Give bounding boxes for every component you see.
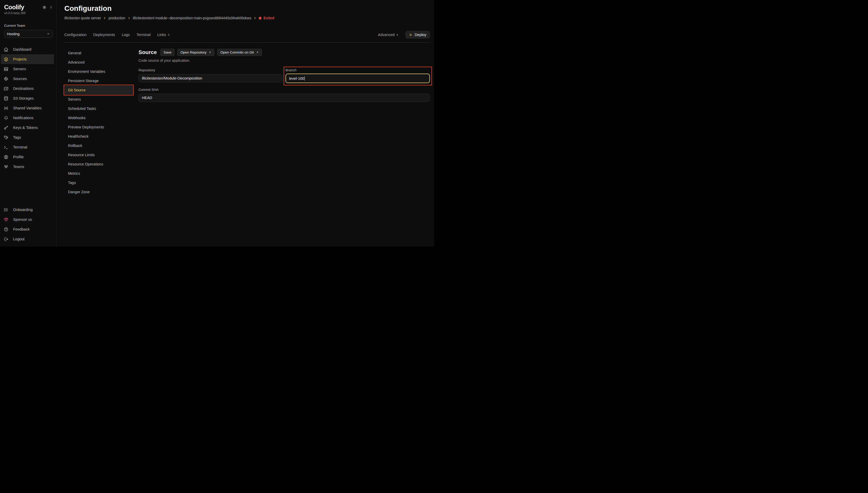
text-cursor bbox=[304, 76, 305, 81]
commit-sha-field: Commit SHA bbox=[139, 88, 430, 102]
subnav-item-general[interactable]: General bbox=[64, 48, 133, 58]
open-commits-button[interactable]: Open Commits on Git bbox=[217, 49, 262, 56]
sidebar-item-terminal[interactable]: Terminal bbox=[1, 142, 54, 152]
chevron-right-icon bbox=[103, 17, 106, 20]
tab-configuration[interactable]: Configuration bbox=[64, 33, 86, 37]
branch-label: Branch bbox=[285, 68, 430, 72]
commit-sha-input[interactable] bbox=[139, 94, 430, 102]
theme-sun-icon[interactable] bbox=[42, 5, 47, 10]
subnav-item-rollback[interactable]: Rollback bbox=[64, 141, 133, 150]
git-source-panel: Source Save Open Repository Open Commits… bbox=[139, 48, 430, 246]
status-dot-icon bbox=[259, 17, 261, 20]
selector-icon bbox=[396, 34, 399, 36]
subnav-item-persistent-storage[interactable]: Persistent Storage bbox=[64, 76, 133, 85]
repository-label: Repository bbox=[139, 68, 283, 72]
git-source-icon bbox=[4, 77, 8, 81]
tabs-row: Configuration Deployments Logs Terminal … bbox=[64, 31, 430, 39]
subnav-item-tags[interactable]: Tags bbox=[64, 178, 133, 187]
sidebar-item-onboarding[interactable]: Onboarding bbox=[1, 205, 54, 215]
sidebar-item-servers[interactable]: Servers bbox=[1, 64, 54, 74]
sidebar-item-feedback[interactable]: Feedback bbox=[1, 224, 54, 234]
chevron-down-icon bbox=[47, 32, 50, 36]
sidebar-item-keys-tokens[interactable]: Keys & Tokens bbox=[1, 123, 54, 132]
sidebar-item-projects[interactable]: Projects bbox=[1, 54, 54, 64]
sidebar-item-tags[interactable]: Tags bbox=[1, 132, 54, 142]
status-badge: Exited bbox=[259, 16, 274, 20]
subnav-item-servers[interactable]: Servers bbox=[64, 95, 133, 104]
chevron-right-icon bbox=[128, 17, 130, 20]
subnav-item-git-source[interactable]: Git Source bbox=[64, 85, 133, 95]
tags-icon bbox=[4, 135, 8, 140]
heart-hands-icon bbox=[4, 217, 8, 222]
help-circle-icon bbox=[4, 227, 8, 232]
tab-links[interactable]: Links bbox=[157, 33, 170, 37]
sidebar-item-notifications[interactable]: Notifications bbox=[1, 113, 54, 123]
app-root: Coolify v4.0.0-beta.399 Current Team Hos… bbox=[0, 0, 434, 246]
deploy-button[interactable]: Deploy bbox=[405, 31, 430, 39]
settings-subnav: General Advanced Environment Variables P… bbox=[64, 48, 133, 246]
current-team-label: Current Team bbox=[0, 15, 56, 27]
sidebar-item-sponsor[interactable]: Sponsor us bbox=[1, 215, 54, 224]
subnav-item-resource-operations[interactable]: Resource Operations bbox=[64, 159, 133, 169]
section-title: Source bbox=[139, 49, 157, 55]
status-text: Exited bbox=[263, 16, 274, 20]
external-link-icon bbox=[256, 51, 259, 54]
chevron-right-icon bbox=[254, 17, 256, 20]
breadcrumb-environment[interactable]: production bbox=[108, 16, 125, 20]
selector-icon bbox=[167, 34, 170, 36]
terminal-icon bbox=[4, 145, 8, 150]
play-icon bbox=[409, 33, 412, 37]
section-description: Code source of your application. bbox=[139, 59, 430, 63]
key-icon bbox=[4, 125, 8, 130]
sidebar-item-sources[interactable]: Sources bbox=[1, 74, 54, 84]
tab-logs[interactable]: Logs bbox=[122, 33, 130, 37]
team-select[interactable]: Hosting bbox=[4, 30, 53, 38]
subnav-item-healthcheck[interactable]: Healthcheck bbox=[64, 132, 133, 141]
subnav-item-scheduled-tasks[interactable]: Scheduled Tasks bbox=[64, 104, 133, 113]
app-logo: Coolify bbox=[4, 4, 24, 10]
database-icon bbox=[4, 96, 8, 101]
advanced-menu[interactable]: Advanced bbox=[378, 33, 399, 37]
variable-icon bbox=[4, 106, 8, 111]
bell-icon bbox=[4, 115, 8, 121]
subnav-item-metrics[interactable]: Metrics bbox=[64, 169, 133, 178]
external-link-icon bbox=[209, 51, 211, 54]
subnav-item-danger-zone[interactable]: Danger Zone bbox=[64, 187, 133, 197]
logo-row: Coolify bbox=[0, 0, 56, 10]
open-repository-button[interactable]: Open Repository bbox=[177, 49, 215, 56]
main-content: Configuration illicitonion quote server … bbox=[57, 0, 434, 246]
sidebar-item-s3-storages[interactable]: S3 Storages bbox=[1, 93, 54, 103]
sidebar-footer-nav: Onboarding Sponsor us Feedback Logout bbox=[0, 205, 56, 246]
subnav-item-webhooks[interactable]: Webhooks bbox=[64, 113, 133, 123]
breadcrumb: illicitonion quote server production ill… bbox=[64, 16, 430, 21]
page-title: Configuration bbox=[64, 4, 430, 13]
user-circle-icon bbox=[4, 155, 8, 159]
layers-icon bbox=[4, 57, 8, 62]
theme-selector-icon[interactable] bbox=[49, 6, 53, 9]
subnav-item-environment-variables[interactable]: Environment Variables bbox=[64, 67, 133, 76]
subnav-item-advanced[interactable]: Advanced bbox=[64, 58, 133, 67]
sidebar-item-dashboard[interactable]: Dashboard bbox=[1, 44, 54, 54]
server-icon bbox=[4, 67, 8, 71]
checklist-icon bbox=[4, 207, 8, 212]
repository-input[interactable] bbox=[139, 74, 283, 82]
sidebar-primary-nav: Dashboard Projects Servers Sources Desti… bbox=[0, 44, 56, 172]
sidebar-item-teams[interactable]: Teams bbox=[1, 162, 54, 172]
branch-field: Branch level-100 bbox=[285, 68, 430, 83]
branch-input[interactable]: level-100 bbox=[285, 73, 430, 83]
logout-icon bbox=[4, 237, 8, 242]
sidebar-item-profile[interactable]: Profile bbox=[1, 152, 54, 162]
breadcrumb-resource[interactable]: illicitestonion/-module--decomposition:m… bbox=[133, 16, 252, 20]
sidebar-item-destinations[interactable]: Destinations bbox=[1, 84, 54, 93]
breadcrumb-project[interactable]: illicitonion quote server bbox=[64, 16, 101, 20]
commit-sha-label: Commit SHA bbox=[139, 88, 430, 92]
tab-deployments[interactable]: Deployments bbox=[93, 33, 115, 37]
team-select-value: Hosting bbox=[7, 32, 20, 36]
subnav-item-resource-limits[interactable]: Resource Limits bbox=[64, 150, 133, 159]
tab-terminal[interactable]: Terminal bbox=[136, 33, 151, 37]
sidebar-item-logout[interactable]: Logout bbox=[1, 234, 54, 244]
subnav-item-preview-deployments[interactable]: Preview Deployments bbox=[64, 123, 133, 132]
save-button[interactable]: Save bbox=[160, 49, 175, 56]
sidebar-item-shared-variables[interactable]: Shared Variables bbox=[1, 103, 54, 113]
home-icon bbox=[4, 47, 8, 52]
